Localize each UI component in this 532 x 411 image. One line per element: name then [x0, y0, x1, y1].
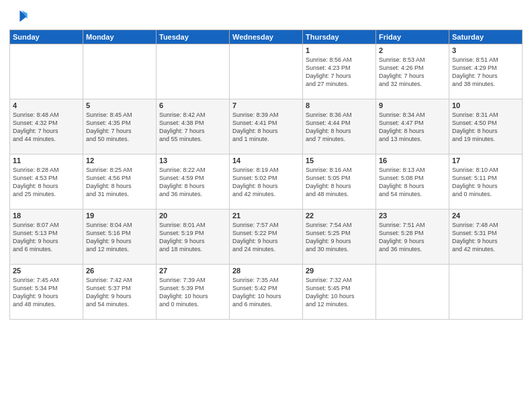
cell-content: Sunrise: 8:13 AM Sunset: 5:08 PM Dayligh… — [379, 166, 446, 199]
day-number: 6 — [159, 101, 226, 109]
calendar-cell: 2Sunrise: 8:53 AM Sunset: 4:26 PM Daylig… — [376, 44, 449, 99]
calendar-table: SundayMondayTuesdayWednesdayThursdayFrid… — [9, 30, 523, 320]
calendar-cell: 6Sunrise: 8:42 AM Sunset: 4:38 PM Daylig… — [157, 99, 230, 154]
cell-content: Sunrise: 8:56 AM Sunset: 4:23 PM Dayligh… — [306, 56, 373, 89]
day-number: 18 — [13, 212, 80, 220]
day-of-week-header: Saturday — [449, 30, 523, 44]
day-number: 7 — [232, 101, 300, 109]
day-number: 23 — [379, 212, 446, 220]
cell-content: Sunrise: 8:53 AM Sunset: 4:26 PM Dayligh… — [379, 56, 446, 89]
day-number: 14 — [232, 156, 300, 165]
day-number: 28 — [232, 267, 300, 275]
day-number: 24 — [452, 212, 519, 220]
calendar-cell: 13Sunrise: 8:22 AM Sunset: 4:59 PM Dayli… — [157, 154, 230, 210]
calendar-cell: 23Sunrise: 7:51 AM Sunset: 5:28 PM Dayli… — [376, 210, 449, 265]
day-number: 21 — [232, 212, 300, 220]
day-number: 3 — [452, 46, 519, 54]
calendar-cell: 26Sunrise: 7:42 AM Sunset: 5:37 PM Dayli… — [83, 265, 157, 320]
cell-content: Sunrise: 7:54 AM Sunset: 5:25 PM Dayligh… — [306, 221, 373, 254]
calendar-cell: 28Sunrise: 7:35 AM Sunset: 5:42 PM Dayli… — [230, 265, 303, 320]
calendar-cell: 17Sunrise: 8:10 AM Sunset: 5:11 PM Dayli… — [449, 154, 523, 210]
calendar-cell: 5Sunrise: 8:45 AM Sunset: 4:35 PM Daylig… — [83, 99, 157, 154]
calendar-cell: 21Sunrise: 7:57 AM Sunset: 5:22 PM Dayli… — [230, 210, 303, 265]
cell-content: Sunrise: 8:01 AM Sunset: 5:19 PM Dayligh… — [159, 221, 226, 254]
cell-content: Sunrise: 8:31 AM Sunset: 4:50 PM Dayligh… — [452, 111, 519, 144]
calendar-cell: 18Sunrise: 8:07 AM Sunset: 5:13 PM Dayli… — [10, 210, 83, 265]
day-number: 26 — [86, 267, 153, 275]
calendar-header-row: SundayMondayTuesdayWednesdayThursdayFrid… — [10, 30, 523, 44]
cell-content: Sunrise: 8:36 AM Sunset: 4:44 PM Dayligh… — [306, 111, 373, 144]
cell-content: Sunrise: 7:57 AM Sunset: 5:22 PM Dayligh… — [232, 221, 300, 254]
calendar-cell — [376, 265, 449, 320]
day-number: 2 — [379, 46, 446, 54]
cell-content: Sunrise: 8:16 AM Sunset: 5:05 PM Dayligh… — [306, 166, 373, 199]
cell-content: Sunrise: 8:07 AM Sunset: 5:13 PM Dayligh… — [13, 221, 80, 254]
calendar-cell — [157, 44, 230, 99]
calendar-week-row: 25Sunrise: 7:45 AM Sunset: 5:34 PM Dayli… — [10, 265, 523, 320]
calendar-cell: 1Sunrise: 8:56 AM Sunset: 4:23 PM Daylig… — [303, 44, 376, 99]
cell-content: Sunrise: 8:28 AM Sunset: 4:53 PM Dayligh… — [13, 166, 80, 199]
day-number: 10 — [452, 101, 519, 109]
calendar-cell: 14Sunrise: 8:19 AM Sunset: 5:02 PM Dayli… — [230, 154, 303, 210]
day-number: 11 — [13, 156, 80, 165]
day-number: 15 — [306, 156, 373, 165]
day-number: 20 — [159, 212, 226, 220]
day-number: 22 — [306, 212, 373, 220]
calendar-cell: 20Sunrise: 8:01 AM Sunset: 5:19 PM Dayli… — [157, 210, 230, 265]
calendar-cell — [230, 44, 303, 99]
calendar-cell: 3Sunrise: 8:51 AM Sunset: 4:29 PM Daylig… — [449, 44, 523, 99]
cell-content: Sunrise: 8:51 AM Sunset: 4:29 PM Dayligh… — [452, 56, 519, 89]
calendar-cell: 22Sunrise: 7:54 AM Sunset: 5:25 PM Dayli… — [303, 210, 376, 265]
page: SundayMondayTuesdayWednesdayThursdayFrid… — [0, 0, 532, 325]
calendar-cell: 19Sunrise: 8:04 AM Sunset: 5:16 PM Dayli… — [83, 210, 157, 265]
calendar-cell: 10Sunrise: 8:31 AM Sunset: 4:50 PM Dayli… — [449, 99, 523, 154]
day-of-week-header: Thursday — [303, 30, 376, 44]
calendar-cell: 27Sunrise: 7:39 AM Sunset: 5:39 PM Dayli… — [157, 265, 230, 320]
calendar-week-row: 18Sunrise: 8:07 AM Sunset: 5:13 PM Dayli… — [10, 210, 523, 265]
logo-icon — [9, 7, 28, 26]
cell-content: Sunrise: 8:48 AM Sunset: 4:32 PM Dayligh… — [13, 111, 80, 144]
day-number: 1 — [306, 46, 373, 54]
logo — [9, 7, 31, 26]
calendar-week-row: 1Sunrise: 8:56 AM Sunset: 4:23 PM Daylig… — [10, 44, 523, 99]
cell-content: Sunrise: 8:34 AM Sunset: 4:47 PM Dayligh… — [379, 111, 446, 144]
calendar-cell — [83, 44, 157, 99]
cell-content: Sunrise: 7:32 AM Sunset: 5:45 PM Dayligh… — [306, 276, 373, 309]
day-number: 29 — [306, 267, 373, 275]
calendar-cell: 7Sunrise: 8:39 AM Sunset: 4:41 PM Daylig… — [230, 99, 303, 154]
cell-content: Sunrise: 8:10 AM Sunset: 5:11 PM Dayligh… — [452, 166, 519, 199]
calendar-cell: 12Sunrise: 8:25 AM Sunset: 4:56 PM Dayli… — [83, 154, 157, 210]
cell-content: Sunrise: 8:25 AM Sunset: 4:56 PM Dayligh… — [86, 166, 153, 199]
day-of-week-header: Tuesday — [157, 30, 230, 44]
day-number: 27 — [159, 267, 226, 275]
cell-content: Sunrise: 8:04 AM Sunset: 5:16 PM Dayligh… — [86, 221, 153, 254]
calendar-cell: 8Sunrise: 8:36 AM Sunset: 4:44 PM Daylig… — [303, 99, 376, 154]
day-number: 4 — [13, 101, 80, 109]
calendar-cell: 9Sunrise: 8:34 AM Sunset: 4:47 PM Daylig… — [376, 99, 449, 154]
cell-content: Sunrise: 7:42 AM Sunset: 5:37 PM Dayligh… — [86, 276, 153, 309]
calendar-body: 1Sunrise: 8:56 AM Sunset: 4:23 PM Daylig… — [10, 44, 523, 320]
header — [9, 7, 523, 26]
cell-content: Sunrise: 7:39 AM Sunset: 5:39 PM Dayligh… — [159, 276, 226, 309]
day-of-week-header: Wednesday — [230, 30, 303, 44]
day-of-week-header: Sunday — [10, 30, 83, 44]
cell-content: Sunrise: 8:39 AM Sunset: 4:41 PM Dayligh… — [232, 111, 300, 144]
calendar-cell — [449, 265, 523, 320]
day-number: 13 — [159, 156, 226, 165]
calendar-cell: 29Sunrise: 7:32 AM Sunset: 5:45 PM Dayli… — [303, 265, 376, 320]
calendar-cell: 16Sunrise: 8:13 AM Sunset: 5:08 PM Dayli… — [376, 154, 449, 210]
day-number: 9 — [379, 101, 446, 109]
calendar-cell: 15Sunrise: 8:16 AM Sunset: 5:05 PM Dayli… — [303, 154, 376, 210]
cell-content: Sunrise: 7:35 AM Sunset: 5:42 PM Dayligh… — [232, 276, 300, 309]
day-number: 17 — [452, 156, 519, 165]
day-of-week-header: Friday — [376, 30, 449, 44]
day-of-week-header: Monday — [83, 30, 157, 44]
calendar-cell: 24Sunrise: 7:48 AM Sunset: 5:31 PM Dayli… — [449, 210, 523, 265]
cell-content: Sunrise: 8:42 AM Sunset: 4:38 PM Dayligh… — [159, 111, 226, 144]
cell-content: Sunrise: 8:22 AM Sunset: 4:59 PM Dayligh… — [159, 166, 226, 199]
calendar-cell: 4Sunrise: 8:48 AM Sunset: 4:32 PM Daylig… — [10, 99, 83, 154]
calendar-week-row: 4Sunrise: 8:48 AM Sunset: 4:32 PM Daylig… — [10, 99, 523, 154]
cell-content: Sunrise: 7:45 AM Sunset: 5:34 PM Dayligh… — [13, 276, 80, 309]
day-number: 16 — [379, 156, 446, 165]
cell-content: Sunrise: 7:48 AM Sunset: 5:31 PM Dayligh… — [452, 221, 519, 254]
